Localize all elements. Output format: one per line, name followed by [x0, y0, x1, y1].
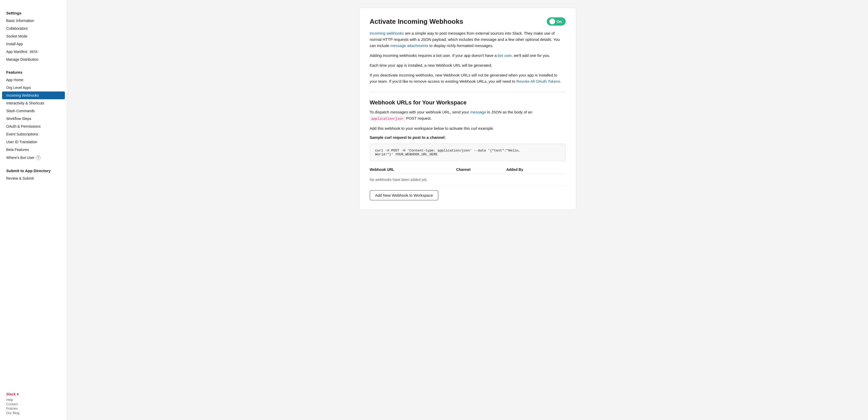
message-attachments-link[interactable]: message attachments	[391, 43, 429, 48]
revoke-tokens-link[interactable]: Revoke All OAuth Tokens	[516, 79, 560, 84]
empty-row: No webhooks have been added yet.	[370, 174, 566, 185]
sidebar-item-install-app[interactable]: Install App	[0, 40, 67, 48]
table-header-channel: Channel	[456, 166, 506, 174]
sidebar-item-event-subscriptions[interactable]: Event Subscriptions	[0, 130, 67, 138]
submit-nav: Review & Submit	[0, 175, 67, 182]
code-block-container: curl -X POST -H 'Content-type: applicati…	[370, 144, 566, 161]
sample-label: Sample curl request to post to a channel…	[370, 135, 566, 140]
sidebar-item-workflow-steps[interactable]: Workflow Steps	[0, 115, 67, 122]
webhook-add-desc: Add this webhook to your workspace below…	[370, 125, 566, 131]
webhook-urls-description: To dispatch messages with your webhook U…	[370, 109, 566, 131]
incoming-webhooks-link[interactable]: Incoming webhooks	[370, 31, 404, 35]
sidebar-item-incoming-webhooks[interactable]: Incoming Webhooks	[2, 91, 65, 99]
sidebar-item-slash-commands[interactable]: Slash Commands	[0, 107, 67, 115]
settings-section-title: Settings	[0, 9, 67, 17]
message-link[interactable]: message	[470, 110, 486, 114]
sidebar-item-socket-mode[interactable]: Socket Mode	[0, 32, 67, 40]
content-card: Activate Incoming Webhooks On Incoming w…	[359, 8, 576, 210]
table-header-row: Webhook URL Channel Added By	[370, 166, 566, 174]
sidebar-item-oauth-permissions[interactable]: OAuth & Permissions	[0, 122, 67, 130]
webhook-urls-title: Webhook URLs for Your Workspace	[370, 99, 566, 106]
sidebar-item-manage-distribution[interactable]: Manage Distribution	[0, 56, 67, 63]
webhook-table: Webhook URL Channel Added By No webhooks…	[370, 166, 566, 186]
sidebar-item-basic-information[interactable]: Basic Information	[0, 17, 67, 25]
activate-webhooks-title: Activate Incoming Webhooks	[370, 18, 463, 26]
sidebar-item-collaborators[interactable]: Collaborators	[0, 25, 67, 32]
sidebar-item-interactivity-shortcuts[interactable]: Interactivity & Shortcuts	[0, 99, 67, 107]
description-p1: Incoming webhooks are a simple way to po…	[370, 30, 566, 49]
webhooks-description: Incoming webhooks are a simple way to po…	[370, 30, 566, 85]
toggle-label: On	[557, 20, 562, 24]
footer-link-our-blog[interactable]: Our Blog	[6, 411, 61, 415]
webhook-desc-p1: To dispatch messages with your webhook U…	[370, 109, 566, 122]
curl-code-block: curl -X POST -H 'Content-type: applicati…	[375, 149, 560, 156]
sidebar-item-review-submit[interactable]: Review & Submit	[0, 175, 67, 182]
table-header-added-by: Added By	[506, 166, 565, 174]
toggle-button[interactable]: On	[547, 17, 566, 26]
table-header-url: Webhook URL	[370, 166, 456, 174]
sidebar-item-beta-features[interactable]: Beta Features	[0, 146, 67, 153]
sidebar-footer: Slack ♥ HelpContactPoliciesOur Blog	[0, 388, 67, 415]
sidebar-item-app-manifest[interactable]: App ManifestBETA	[0, 48, 67, 56]
empty-message: No webhooks have been added yet.	[370, 174, 566, 185]
help-icon[interactable]: ?	[36, 155, 40, 160]
footer-link-help[interactable]: Help	[6, 398, 61, 402]
application-json-code: application/json	[370, 116, 405, 121]
bot-user-link[interactable]: bot user	[498, 53, 512, 58]
features-nav: App HomeOrg Level AppsIncoming WebhooksI…	[0, 76, 67, 162]
footer-links: HelpContactPoliciesOur Blog	[6, 398, 61, 415]
description-p4: If you deactivate incoming webhooks, new…	[370, 72, 566, 85]
webhook-table-body: No webhooks have been added yet.	[370, 174, 566, 185]
section-divider	[370, 92, 566, 92]
sidebar-item-wheres-bot-user[interactable]: Where's Bot User?	[0, 153, 67, 162]
features-section-title: Features	[0, 68, 67, 76]
sidebar-item-user-id-translation[interactable]: User ID Translation	[0, 138, 67, 146]
add-webhook-button[interactable]: Add New Webhook to Workspace	[370, 190, 438, 200]
description-p3: Each time your app is installed, a new W…	[370, 62, 566, 68]
sidebar-item-org-level-apps[interactable]: Org Level Apps	[0, 84, 67, 91]
sidebar: Settings Basic InformationCollaboratorsS…	[0, 0, 67, 420]
footer-link-contact[interactable]: Contact	[6, 402, 61, 406]
main-content: Activate Incoming Webhooks On Incoming w…	[67, 0, 868, 420]
description-p2: Adding incoming webhooks requires a bot …	[370, 53, 566, 59]
slack-footer-link[interactable]: Slack ♥	[6, 392, 19, 396]
toggle-circle	[549, 19, 555, 24]
submit-section-title: Submit to App Directory	[0, 167, 67, 175]
sidebar-item-app-home[interactable]: App Home	[0, 76, 67, 84]
settings-nav: Basic InformationCollaboratorsSocket Mod…	[0, 17, 67, 63]
card-header: Activate Incoming Webhooks On	[370, 17, 566, 26]
footer-link-policies[interactable]: Policies	[6, 407, 61, 411]
